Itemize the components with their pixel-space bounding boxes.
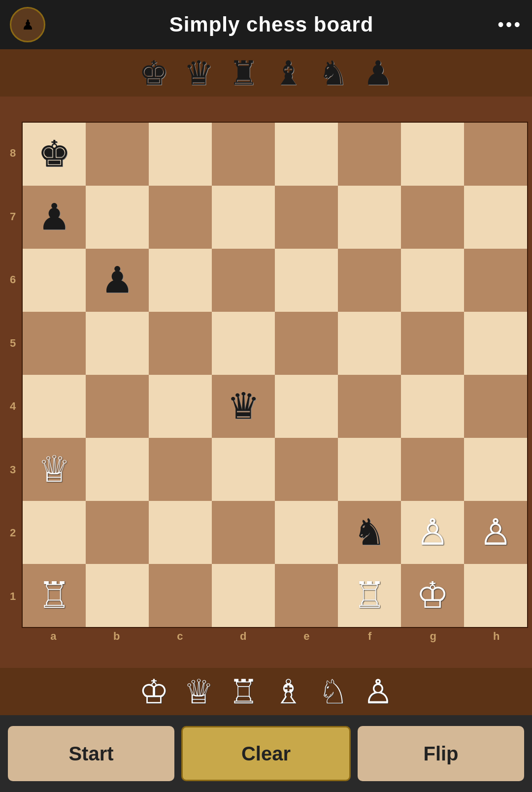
cell-h2[interactable]: ♙ (464, 501, 527, 564)
cell-b6[interactable]: ♟ (86, 249, 149, 312)
cell-f3[interactable] (338, 438, 401, 501)
cell-a2[interactable] (23, 501, 86, 564)
cell-h6[interactable] (464, 249, 527, 312)
cell-h7[interactable] (464, 186, 527, 249)
piece-b6: ♟ (101, 262, 133, 298)
cell-c4[interactable] (149, 375, 212, 438)
cell-c8[interactable] (149, 123, 212, 186)
tray-white-queen[interactable]: ♕ (184, 675, 214, 708)
cell-g4[interactable] (401, 375, 464, 438)
start-button[interactable]: Start (8, 726, 174, 781)
cell-g2[interactable]: ♙ (401, 501, 464, 564)
tray-white-knight[interactable]: ♘ (318, 675, 348, 708)
cell-d4[interactable]: ♛ (212, 375, 275, 438)
cell-g5[interactable] (401, 312, 464, 375)
cell-a1[interactable]: ♖ (23, 564, 86, 627)
file-d: d (212, 630, 275, 643)
menu-button[interactable]: ••• (498, 14, 522, 35)
cell-e5[interactable] (275, 312, 338, 375)
cell-e3[interactable] (275, 438, 338, 501)
cell-h5[interactable] (464, 312, 527, 375)
cell-a7[interactable]: ♟ (23, 186, 86, 249)
cell-d8[interactable] (212, 123, 275, 186)
cell-a4[interactable] (23, 375, 86, 438)
cell-c6[interactable] (149, 249, 212, 312)
piece-a3: ♕ (38, 451, 70, 488)
piece-f2: ♞ (353, 514, 386, 551)
file-h: h (465, 630, 529, 643)
cell-e1[interactable] (275, 564, 338, 627)
piece-f1: ♖ (353, 577, 386, 614)
tray-black-king[interactable]: ♚ (139, 56, 169, 90)
file-f: f (338, 630, 402, 643)
cell-c5[interactable] (149, 312, 212, 375)
file-e: e (275, 630, 338, 643)
cell-c2[interactable] (149, 501, 212, 564)
cell-b7[interactable] (86, 186, 149, 249)
cell-g8[interactable] (401, 123, 464, 186)
cell-d7[interactable] (212, 186, 275, 249)
cell-d1[interactable] (212, 564, 275, 627)
cell-f1[interactable]: ♖ (338, 564, 401, 627)
tray-white-rook[interactable]: ♖ (229, 675, 259, 708)
cell-b2[interactable] (86, 501, 149, 564)
cell-e6[interactable] (275, 249, 338, 312)
tray-black-queen[interactable]: ♛ (184, 56, 214, 90)
cell-a8[interactable]: ♚ (23, 123, 86, 186)
piece-g1: ♔ (416, 577, 449, 614)
cell-a3[interactable]: ♕ (23, 438, 86, 501)
cell-b4[interactable] (86, 375, 149, 438)
tray-white-pawn[interactable]: ♙ (363, 675, 393, 708)
cell-b5[interactable] (86, 312, 149, 375)
cell-b1[interactable] (86, 564, 149, 627)
cell-f2[interactable]: ♞ (338, 501, 401, 564)
cell-e8[interactable] (275, 123, 338, 186)
flip-button[interactable]: Flip (358, 726, 524, 781)
cell-h1[interactable] (464, 564, 527, 627)
tray-black-rook[interactable]: ♜ (229, 56, 259, 90)
cell-h3[interactable] (464, 438, 527, 501)
cell-f6[interactable] (338, 249, 401, 312)
board-wrapper: 8 7 6 5 4 3 2 1 ♚♟♟♛♕♞♙♙♖♖♔ a b c d e f … (4, 122, 528, 643)
cell-f4[interactable] (338, 375, 401, 438)
cell-f8[interactable] (338, 123, 401, 186)
cell-a5[interactable] (23, 312, 86, 375)
file-a: a (22, 630, 85, 643)
piece-h2: ♙ (479, 514, 512, 551)
rank-8: 8 (4, 122, 22, 185)
cell-h4[interactable] (464, 375, 527, 438)
app-title: Simply chess board (169, 13, 374, 36)
cell-d5[interactable] (212, 312, 275, 375)
clear-button[interactable]: Clear (181, 726, 351, 781)
cell-d2[interactable] (212, 501, 275, 564)
tray-black-bishop[interactable]: ♝ (273, 56, 303, 90)
cell-f5[interactable] (338, 312, 401, 375)
cell-f7[interactable] (338, 186, 401, 249)
cell-h8[interactable] (464, 123, 527, 186)
cell-b3[interactable] (86, 438, 149, 501)
tray-black-knight[interactable]: ♞ (318, 56, 348, 90)
tray-black-pawn[interactable]: ♟ (363, 56, 393, 90)
cell-d3[interactable] (212, 438, 275, 501)
cell-b8[interactable] (86, 123, 149, 186)
tray-white-king[interactable]: ♔ (139, 675, 169, 708)
cell-e4[interactable] (275, 375, 338, 438)
cell-d6[interactable] (212, 249, 275, 312)
cell-g1[interactable]: ♔ (401, 564, 464, 627)
cell-c3[interactable] (149, 438, 212, 501)
tray-white-bishop[interactable]: ♗ (273, 675, 303, 708)
bottom-piece-tray: ♔ ♕ ♖ ♗ ♘ ♙ (0, 668, 532, 715)
cell-g6[interactable] (401, 249, 464, 312)
cell-g3[interactable] (401, 438, 464, 501)
cell-e7[interactable] (275, 186, 338, 249)
cell-g7[interactable] (401, 186, 464, 249)
file-b: b (85, 630, 149, 643)
app-logo: ♟ (10, 7, 45, 42)
cell-e2[interactable] (275, 501, 338, 564)
cell-c1[interactable] (149, 564, 212, 627)
app-header: ♟ Simply chess board ••• (0, 0, 532, 49)
button-bar: Start Clear Flip (0, 715, 532, 792)
rank-labels: 8 7 6 5 4 3 2 1 (4, 122, 22, 628)
cell-c7[interactable] (149, 186, 212, 249)
cell-a6[interactable] (23, 249, 86, 312)
